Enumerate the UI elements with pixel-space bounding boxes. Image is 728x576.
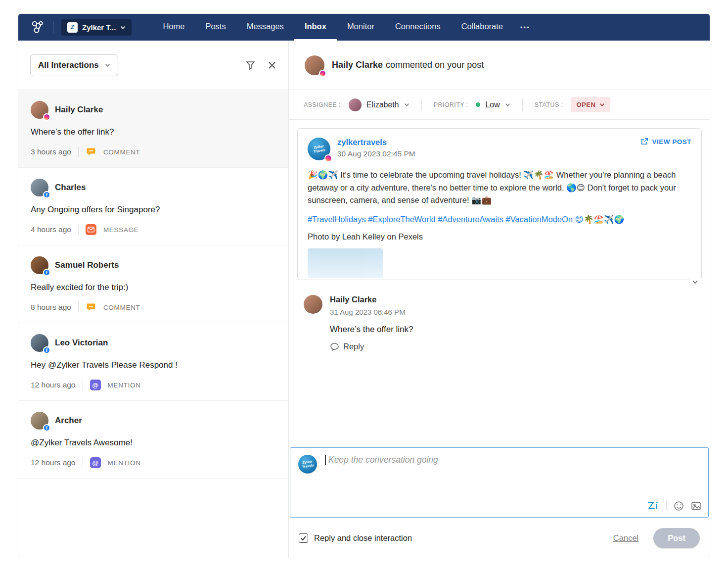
- chevron-down-icon: [505, 102, 510, 107]
- zia-assistant-icon[interactable]: [646, 500, 659, 511]
- post-account-name[interactable]: zylkertravels: [337, 138, 415, 147]
- top-nav: Zylker T... Home Posts Messages Inbox Mo…: [18, 14, 710, 41]
- instagram-badge: [43, 113, 50, 121]
- composer-toolbar: [646, 500, 701, 511]
- nav-item-connections[interactable]: Connections: [385, 14, 451, 41]
- view-post-label: VIEW POST: [652, 138, 691, 145]
- reply-button[interactable]: Reply: [330, 342, 413, 351]
- avatar: [31, 179, 48, 196]
- interactions-header: All Interactions: [18, 41, 288, 90]
- detail-title: Haily Clarkecommented on your post: [332, 60, 484, 70]
- status-dropdown[interactable]: OPEN: [571, 97, 610, 112]
- composer-input[interactable]: Keep the conversation going: [325, 455, 438, 465]
- comment-icon: [86, 146, 96, 157]
- interaction-message: Any Ongoing offers for Singapore?: [31, 205, 276, 215]
- priority-label: PRIORITY :: [434, 101, 468, 108]
- message-icon: [86, 224, 96, 235]
- separator: [78, 147, 79, 157]
- interaction-item-charles[interactable]: Charles Any Ongoing offers for Singapore…: [18, 168, 288, 245]
- reply-composer[interactable]: Keep the conversation going: [290, 447, 709, 518]
- assignee-label: ASSIGNEE :: [304, 101, 341, 108]
- separator: [78, 225, 79, 235]
- nav-item-messages[interactable]: Messages: [236, 14, 294, 41]
- separator: [78, 302, 79, 312]
- status-value: OPEN: [576, 101, 595, 108]
- post-body: 🎉🌍✈️ It's time to celebrate the upcoming…: [308, 169, 691, 207]
- external-link-icon: [640, 138, 648, 145]
- smiley-icon: [674, 501, 684, 511]
- separator: [83, 458, 83, 468]
- detail-body: zylkertravels 30 Aug 2023 02:45 PM VIEW …: [289, 120, 710, 447]
- detail-author: Haily Clarke: [332, 60, 383, 70]
- interaction-time: 8 hours ago: [31, 303, 71, 312]
- interaction-time: 3 hours ago: [31, 147, 71, 156]
- interaction-item-samuel[interactable]: Samuel Roberts Really excited for the tr…: [18, 245, 288, 323]
- reply-close-label: Reply and close interaction: [314, 533, 412, 543]
- post-image[interactable]: [308, 248, 383, 278]
- check-icon: [300, 535, 307, 541]
- interaction-list: Haily Clarke Where’s the offer link? 3 h…: [18, 90, 288, 479]
- interaction-item-archer[interactable]: Archer @Zylker Travels Awesome! 12 hours…: [18, 401, 288, 479]
- brand-logo: [67, 22, 78, 33]
- facebook-badge: [43, 424, 50, 432]
- comment-author: Haily Clarke: [330, 295, 413, 304]
- status-label: STATUS :: [535, 101, 563, 108]
- zoho-social-logo-icon[interactable]: [30, 20, 45, 35]
- interaction-item-leo[interactable]: Leo Victorian Hey @Zylker Travels Please…: [18, 323, 288, 401]
- reply-close-checkbox[interactable]: [299, 533, 308, 543]
- interaction-author: Archer: [55, 416, 82, 426]
- nav-more-button[interactable]: •••: [520, 24, 530, 31]
- post-hashtags[interactable]: #TravelHolidays #ExploreTheWorld #Advent…: [308, 215, 691, 224]
- interactions-filter-dropdown[interactable]: All Interactions: [30, 54, 118, 76]
- interaction-author: Samuel Roberts: [55, 260, 119, 270]
- priority-dropdown[interactable]: Low: [476, 100, 510, 109]
- nav-item-posts[interactable]: Posts: [195, 14, 236, 41]
- nav-item-home[interactable]: Home: [152, 14, 195, 41]
- interactions-panel: All Interactions Haily Clarke Where’s th: [18, 41, 289, 558]
- interaction-item-haily[interactable]: Haily Clarke Where’s the offer link? 3 h…: [18, 90, 288, 168]
- facebook-badge: [43, 269, 50, 276]
- filter-dropdown-label: All Interactions: [38, 60, 99, 70]
- brand-label: Zylker T...: [82, 23, 116, 32]
- nav-item-monitor[interactable]: Monitor: [337, 14, 385, 41]
- assignee-name: Elizabeth: [366, 100, 399, 109]
- composer-avatar: [298, 455, 317, 474]
- close-detail-button[interactable]: [268, 61, 276, 70]
- interaction-message: Where’s the offer link?: [31, 127, 276, 137]
- separator: [83, 380, 83, 390]
- post-card: zylkertravels 30 Aug 2023 02:45 PM VIEW …: [297, 128, 702, 280]
- chevron-down-icon: [105, 62, 110, 68]
- brand-selector[interactable]: Zylker T...: [61, 19, 132, 36]
- nav-item-collaborate[interactable]: Collaborate: [451, 14, 513, 41]
- filter-icon[interactable]: [245, 60, 256, 70]
- view-post-button[interactable]: VIEW POST: [640, 138, 691, 145]
- image-button[interactable]: [691, 501, 701, 511]
- interaction-time: 4 hours ago: [31, 225, 71, 234]
- interaction-author: Leo Victorian: [55, 338, 108, 348]
- interaction-message: Really excited for the trip:): [31, 283, 276, 292]
- main-area: All Interactions Haily Clarke Where’s th: [18, 41, 710, 558]
- interaction-message: @Zylker Travels Awesome!: [31, 438, 276, 448]
- scroll-down-button[interactable]: [689, 278, 701, 286]
- post-button[interactable]: Post: [653, 528, 700, 548]
- avatar: [31, 334, 48, 352]
- emoji-button[interactable]: [674, 501, 684, 511]
- avatar: [31, 412, 48, 430]
- interaction-type: COMMENT: [103, 304, 140, 311]
- post-timestamp: 30 Aug 2023 02:45 PM: [337, 149, 415, 158]
- detail-action: commented on your post: [386, 60, 484, 70]
- detail-header: Haily Clarkecommented on your post: [289, 41, 710, 90]
- nav-item-inbox[interactable]: Inbox: [294, 14, 337, 41]
- text-caret: [325, 455, 326, 465]
- cancel-button[interactable]: Cancel: [613, 533, 638, 543]
- interaction-author: Charles: [55, 183, 86, 192]
- chevron-down-icon: [599, 102, 605, 107]
- instagram-badge: [324, 154, 332, 162]
- assignee-dropdown[interactable]: Elizabeth: [349, 98, 410, 111]
- comment-timestamp: 31 Aug 2023 06:46 PM: [330, 308, 413, 316]
- avatar: [31, 101, 48, 119]
- chevron-down-icon: [120, 25, 126, 30]
- interaction-author: Haily Clarke: [55, 105, 103, 115]
- interaction-time: 12 hours ago: [31, 458, 76, 467]
- interaction-type: MENTION: [108, 459, 141, 467]
